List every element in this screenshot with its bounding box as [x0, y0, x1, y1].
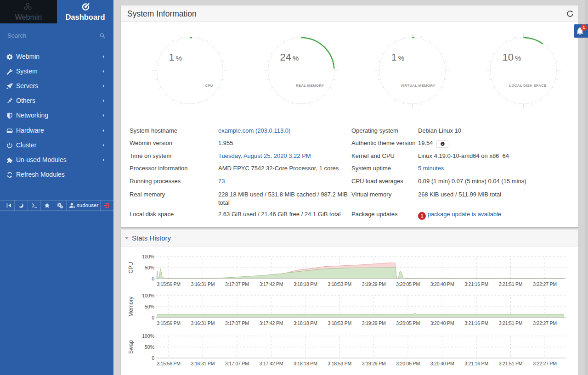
svg-text:3:22:27 PM: 3:22:27 PM [533, 320, 557, 326]
svg-text:3:21:51 PM: 3:21:51 PM [499, 281, 523, 287]
svg-text:3:19:29 PM: 3:19:29 PM [362, 361, 386, 366]
svg-text:3:20:05 PM: 3:20:05 PM [396, 320, 420, 326]
svg-text:3:16:31 PM: 3:16:31 PM [191, 320, 215, 326]
svg-text:3:17:07 PM: 3:17:07 PM [225, 281, 249, 287]
svg-text:100%: 100% [142, 293, 154, 298]
svg-text:0: 0 [152, 355, 154, 361]
svg-text:50%: 50% [145, 344, 154, 350]
svg-text:100%: 100% [142, 254, 154, 259]
svg-text:LOCAL DISK SPACE: LOCAL DISK SPACE [509, 84, 547, 88]
svg-text:VIRTUAL MEMORY: VIRTUAL MEMORY [401, 84, 435, 88]
svg-text:3:18:18 PM: 3:18:18 PM [294, 281, 317, 287]
svg-text:CPU: CPU [128, 262, 134, 273]
svg-text:0: 0 [152, 315, 154, 320]
svg-text:3:17:42 PM: 3:17:42 PM [260, 320, 283, 326]
svg-text:3:20:40 PM: 3:20:40 PM [430, 361, 454, 366]
svg-text:3:17:42 PM: 3:17:42 PM [260, 361, 283, 366]
svg-text:100%: 100% [142, 333, 154, 339]
svg-text:3:22:27 PM: 3:22:27 PM [533, 361, 557, 366]
svg-text:3:20:05 PM: 3:20:05 PM [396, 361, 420, 366]
svg-text:3:15:56 PM: 3:15:56 PM [157, 320, 181, 326]
svg-text:50%: 50% [145, 304, 154, 309]
svg-text:3:22:27 PM: 3:22:27 PM [533, 281, 557, 287]
svg-text:0: 0 [152, 276, 154, 281]
svg-text:3:18:18 PM: 3:18:18 PM [294, 361, 317, 366]
svg-text:3:21:51 PM: 3:21:51 PM [499, 320, 523, 326]
svg-text:Swap: Swap [128, 340, 134, 354]
svg-text:3:17:42 PM: 3:17:42 PM [260, 281, 283, 287]
svg-text:3:18:53 PM: 3:18:53 PM [328, 320, 351, 326]
svg-text:50%: 50% [145, 265, 154, 270]
svg-text:3:20:05 PM: 3:20:05 PM [396, 281, 420, 287]
svg-text:3:16:31 PM: 3:16:31 PM [191, 281, 215, 287]
svg-text:3:15:56 PM: 3:15:56 PM [157, 281, 181, 287]
svg-text:3:20:40 PM: 3:20:40 PM [430, 320, 454, 326]
svg-text:3:19:29 PM: 3:19:29 PM [362, 320, 386, 326]
svg-text:3:15:56 PM: 3:15:56 PM [157, 361, 181, 366]
svg-text:3:19:29 PM: 3:19:29 PM [362, 281, 386, 287]
svg-text:3:21:16 PM: 3:21:16 PM [464, 361, 488, 366]
svg-text:CPU: CPU [205, 84, 213, 88]
svg-text:REAL MEMORY: REAL MEMORY [296, 84, 324, 88]
svg-text:3:21:16 PM: 3:21:16 PM [464, 281, 488, 287]
svg-text:3:18:53 PM: 3:18:53 PM [328, 361, 351, 366]
svg-text:3:20:40 PM: 3:20:40 PM [430, 281, 454, 287]
svg-text:3:16:31 PM: 3:16:31 PM [191, 361, 215, 366]
svg-text:3:21:51 PM: 3:21:51 PM [499, 361, 523, 366]
svg-text:3:17:07 PM: 3:17:07 PM [225, 361, 249, 366]
svg-text:3:18:18 PM: 3:18:18 PM [294, 320, 317, 326]
svg-text:3:18:53 PM: 3:18:53 PM [328, 281, 351, 287]
svg-text:Memory: Memory [128, 297, 134, 316]
svg-text:3:17:07 PM: 3:17:07 PM [225, 320, 249, 326]
svg-text:3:21:16 PM: 3:21:16 PM [464, 320, 488, 326]
